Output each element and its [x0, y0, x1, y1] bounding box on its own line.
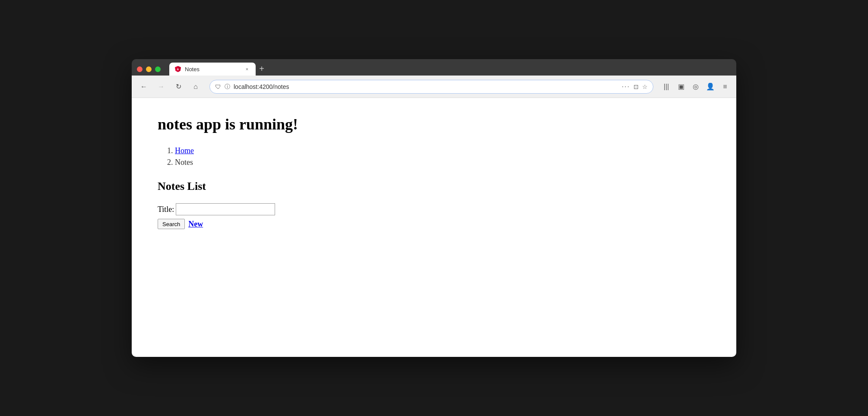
- notes-list-title: Notes List: [158, 180, 710, 193]
- sync-icon[interactable]: ◎: [690, 81, 702, 93]
- account-icon[interactable]: 👤: [704, 81, 716, 93]
- nav-right-icons: ||| ▣ ◎ 👤 ≡: [660, 81, 731, 93]
- sidebar-icon[interactable]: ▣: [675, 81, 687, 93]
- forward-button[interactable]: →: [154, 80, 168, 94]
- page-heading: notes app is running!: [158, 115, 710, 133]
- angular-icon: A: [174, 66, 181, 72]
- title-label: Title:: [158, 205, 174, 214]
- list-item: Home: [175, 146, 710, 155]
- title-bar: A Notes × +: [132, 59, 736, 76]
- traffic-lights: [137, 66, 161, 72]
- bookmark-icon: ☆: [642, 83, 648, 90]
- reload-button[interactable]: ↻: [171, 80, 185, 94]
- search-button[interactable]: Search: [158, 219, 185, 229]
- tabs: A Notes × +: [169, 63, 268, 76]
- new-tab-button[interactable]: +: [256, 63, 268, 75]
- tab-close-button[interactable]: ×: [244, 66, 250, 72]
- back-button[interactable]: ←: [137, 80, 151, 94]
- minimize-button[interactable]: [146, 66, 152, 72]
- close-button[interactable]: [137, 66, 143, 72]
- page-content: notes app is running! Home Notes Notes L…: [132, 98, 736, 357]
- notes-nav-item: Notes: [175, 158, 193, 167]
- pocket-icon: ⊡: [634, 83, 639, 90]
- new-link[interactable]: New: [188, 220, 203, 229]
- menu-icon[interactable]: ≡: [719, 81, 731, 93]
- button-row: Search New: [158, 219, 710, 229]
- library-icon[interactable]: |||: [660, 81, 672, 93]
- svg-text:A: A: [177, 68, 179, 71]
- list-item: Notes: [175, 158, 710, 167]
- search-form: Title: Search New: [158, 203, 710, 229]
- url-text: localhost:4200/notes: [234, 83, 618, 90]
- shield-icon: 🛡: [215, 83, 221, 90]
- home-button[interactable]: ⌂: [189, 80, 203, 94]
- title-row: Title:: [158, 203, 710, 215]
- address-bar[interactable]: 🛡 ⓘ localhost:4200/notes ··· ⊡ ☆: [209, 80, 653, 94]
- browser-window: A Notes × + ← → ↻ ⌂ 🛡 ⓘ localhost:4200/n…: [132, 59, 736, 357]
- tab-title: Notes: [185, 66, 240, 72]
- maximize-button[interactable]: [155, 66, 161, 72]
- info-icon: ⓘ: [225, 83, 230, 91]
- active-tab[interactable]: A Notes ×: [169, 63, 256, 76]
- more-icon: ···: [622, 83, 630, 91]
- home-link[interactable]: Home: [175, 146, 194, 155]
- title-input[interactable]: [176, 203, 275, 215]
- nav-list: Home Notes: [175, 146, 710, 167]
- nav-bar: ← → ↻ ⌂ 🛡 ⓘ localhost:4200/notes ··· ⊡ ☆…: [132, 76, 736, 98]
